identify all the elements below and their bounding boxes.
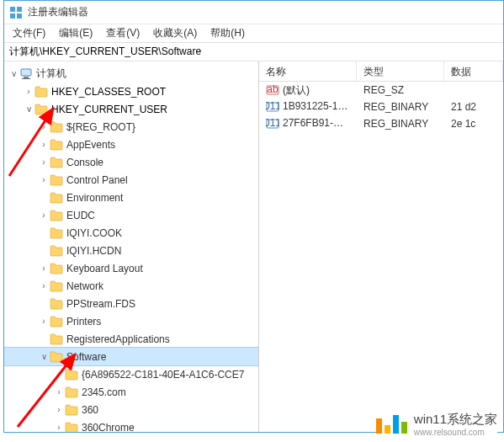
tree-item-label: 360	[82, 404, 98, 416]
tree-item[interactable]: ›Control Panel	[4, 171, 258, 189]
caret-icon[interactable]: ›	[38, 122, 50, 131]
tree-item[interactable]: ›${REG_ROOT}	[4, 118, 258, 136]
tree-root[interactable]: ∨计算机	[4, 65, 258, 83]
tree-item-label: Console	[66, 157, 103, 168]
svg-rect-6	[22, 78, 30, 79]
caret-icon[interactable]: ∨	[38, 352, 50, 361]
caret-icon[interactable]: ›	[38, 140, 50, 149]
caret-icon[interactable]: ›	[38, 281, 50, 290]
tree-item-label: IQIYI.COOK	[66, 227, 122, 239]
tree-item[interactable]: ›IQIYI.COOK	[4, 224, 258, 242]
tree-item[interactable]: ›{6A896522-C181-40E4-A1C6-CCE7	[4, 365, 258, 383]
svg-rect-4	[21, 69, 31, 76]
tree-item[interactable]: ›Console	[4, 153, 258, 171]
menu-file[interactable]: 文件(F)	[6, 24, 52, 43]
svg-rect-3	[17, 13, 22, 19]
menu-view[interactable]: 查看(V)	[99, 24, 146, 43]
value-name: (默认)	[283, 84, 310, 96]
tree-item[interactable]: ∨HKEY_CURRENT_USER	[4, 100, 258, 118]
value-row[interactable]: 0111B931225-1B5...REG_BINARY21 d2	[259, 99, 503, 115]
svg-rect-1	[17, 7, 22, 12]
caret-icon[interactable]: ›	[38, 210, 50, 220]
folder-icon	[50, 333, 63, 345]
header-type[interactable]: 类型	[357, 61, 444, 81]
caret-icon[interactable]: ›	[38, 317, 50, 326]
tree-item-label: EUDC	[66, 210, 95, 221]
tree-item[interactable]: ›360Chrome	[4, 418, 258, 432]
menu-help[interactable]: 帮助(H)	[204, 24, 252, 43]
caret-icon[interactable]: ›	[38, 175, 50, 184]
value-data: 21 d2	[444, 101, 503, 113]
tree-item-label: Network	[66, 280, 103, 292]
menu-favorites[interactable]: 收藏夹(A)	[146, 24, 204, 43]
caret-icon[interactable]: ∨	[23, 104, 34, 114]
registry-tree: ∨计算机›HKEY_CLASSES_ROOT∨HKEY_CURRENT_USER…	[4, 61, 258, 432]
tree-item[interactable]: ›Printers	[4, 312, 258, 330]
tree-item[interactable]: ›IQIYI.HCDN	[4, 242, 258, 259]
binary-value-icon: 011	[266, 100, 279, 114]
tree-item-label: Control Panel	[66, 174, 128, 186]
svg-rect-2	[10, 13, 15, 19]
caret-icon[interactable]: ∨	[8, 69, 19, 78]
svg-text:011: 011	[266, 117, 279, 129]
tree-item[interactable]: ›AppEvents	[4, 136, 258, 153]
tree-item[interactable]: ›360	[4, 401, 258, 418]
list-body: ab(默认)REG_SZ0111B931225-1B5...REG_BINARY…	[259, 82, 503, 132]
watermark-brand: win11系统之家	[414, 412, 497, 428]
watermark-text-block: win11系统之家 www.relsound.com	[414, 412, 497, 437]
tree-item-label: 2345.com	[82, 386, 126, 398]
svg-rect-5	[24, 77, 29, 78]
caret-icon[interactable]: ›	[38, 264, 50, 273]
tree-item-label: IQIYI.HCDN	[66, 245, 121, 257]
caret-icon[interactable]: ›	[53, 387, 65, 397]
folder-icon	[50, 210, 63, 221]
tree-item[interactable]: ›HKEY_CLASSES_ROOT	[4, 83, 258, 100]
tree-item[interactable]: ›Environment	[4, 189, 258, 206]
folder-icon	[50, 351, 63, 363]
tree-item-label: Keyboard Layout	[66, 263, 143, 274]
folder-icon	[34, 86, 48, 98]
svg-rect-0	[10, 7, 15, 12]
caret-icon[interactable]: ›	[38, 157, 50, 167]
menubar: 文件(F) 编辑(E) 查看(V) 收藏夹(A) 帮助(H)	[4, 24, 503, 43]
folder-icon	[50, 227, 63, 239]
tree-item-label: {6A896522-C181-40E4-A1C6-CCE7	[82, 369, 244, 381]
tree-item[interactable]: ›RegisteredApplications	[4, 330, 258, 348]
tree-item[interactable]: ›2345.com	[4, 383, 258, 401]
watermark-url: www.relsound.com	[414, 428, 497, 437]
value-row[interactable]: 01127F6FB91-E2D...REG_BINARY2e 1c	[259, 115, 503, 132]
string-value-icon: ab	[266, 83, 279, 97]
tree-item[interactable]: ∨Software	[4, 348, 258, 365]
computer-icon	[19, 68, 33, 80]
registry-editor-window: 注册表编辑器 文件(F) 编辑(E) 查看(V) 收藏夹(A) 帮助(H) 计算…	[3, 0, 504, 433]
value-data: 2e 1c	[444, 118, 503, 130]
tree-item-label: HKEY_CLASSES_ROOT	[51, 86, 166, 98]
caret-icon[interactable]: ›	[53, 405, 65, 414]
folder-icon	[65, 369, 78, 381]
caret-icon[interactable]: ›	[53, 423, 65, 432]
header-name[interactable]: 名称	[259, 61, 357, 81]
tree-item[interactable]: ›Network	[4, 277, 258, 295]
tree-item-label: Printers	[66, 316, 101, 328]
folder-icon	[50, 157, 63, 168]
caret-icon[interactable]: ›	[53, 370, 65, 379]
watermark-logo-icon	[376, 415, 407, 434]
caret-icon[interactable]: ›	[23, 87, 34, 96]
folder-icon	[34, 104, 48, 115]
menu-edit[interactable]: 编辑(E)	[52, 24, 99, 43]
values-pane[interactable]: 名称 类型 数据 ab(默认)REG_SZ0111B931225-1B5...R…	[259, 61, 503, 432]
binary-value-icon: 011	[266, 117, 279, 130]
tree-item-label: 360Chrome	[82, 422, 135, 433]
tree-item[interactable]: ›EUDC	[4, 206, 258, 224]
header-data[interactable]: 数据	[444, 61, 503, 81]
value-type: REG_SZ	[357, 84, 444, 96]
folder-icon	[50, 174, 63, 186]
folder-icon	[50, 263, 63, 274]
value-row[interactable]: ab(默认)REG_SZ	[259, 82, 503, 99]
value-type: REG_BINARY	[357, 118, 444, 130]
tree-item[interactable]: ›Keyboard Layout	[4, 259, 258, 277]
address-bar[interactable]: 计算机\HKEY_CURRENT_USER\Software	[4, 43, 503, 61]
tree-pane[interactable]: ∨计算机›HKEY_CLASSES_ROOT∨HKEY_CURRENT_USER…	[4, 61, 259, 432]
tree-item[interactable]: ›PPStream.FDS	[4, 295, 258, 312]
folder-icon	[50, 298, 63, 310]
